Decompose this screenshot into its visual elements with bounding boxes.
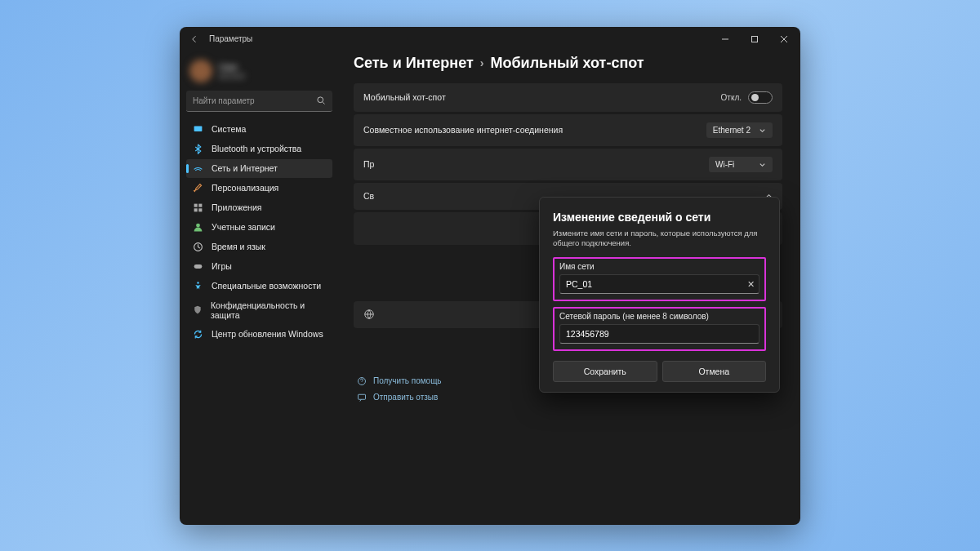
avatar <box>189 60 212 82</box>
sidebar-item-label: Учетные записи <box>212 222 275 232</box>
sidebar-item-personalization[interactable]: Персонализация <box>186 179 332 198</box>
sidebar-item-label: Время и язык <box>212 242 265 251</box>
settings-window: Параметры User account <box>180 27 800 525</box>
sidebar-item-accounts[interactable]: Учетные записи <box>186 218 332 237</box>
field-network-name: Имя сети ✕ <box>553 257 766 301</box>
dialog-subtitle: Измените имя сети и пароль, которые испо… <box>553 229 766 250</box>
dropdown-value: Wi-Fi <box>715 160 734 169</box>
window-controls <box>710 27 799 51</box>
sharing-dropdown[interactable]: Ethernet 2 <box>706 122 773 138</box>
network-icon <box>193 163 203 174</box>
row-hotspot-toggle[interactable]: Мобильный хот-спот Откл. <box>354 83 782 112</box>
accessibility-icon <box>193 281 203 291</box>
sidebar-item-label: Система <box>212 124 246 134</box>
breadcrumb-current: Мобильный хот-спот <box>490 55 644 72</box>
chevron-down-icon <box>759 127 766 134</box>
search-icon <box>316 96 326 105</box>
sidebar-item-label: Приложения <box>212 202 261 212</box>
globe-icon <box>363 309 375 320</box>
edit-network-dialog: Изменение сведений о сети Измените имя с… <box>539 197 780 393</box>
row-label: Пр <box>363 159 374 169</box>
apps-icon <box>193 202 203 213</box>
link-label: Получить помощь <box>373 376 442 385</box>
sidebar-item-system[interactable]: Система <box>186 120 332 139</box>
window-title: Параметры <box>209 34 252 43</box>
sidebar: User account Система Bluetooth и устройс… <box>180 51 339 525</box>
sidebar-item-label: Специальные возможности <box>212 281 321 291</box>
user-block[interactable]: User account <box>186 56 332 91</box>
chevron-down-icon <box>759 161 766 168</box>
search-box[interactable] <box>186 91 332 112</box>
sidebar-item-label: Игры <box>212 261 232 271</box>
svg-point-10 <box>197 282 198 283</box>
chevron-right-icon: › <box>480 56 484 69</box>
games-icon <box>193 261 203 272</box>
svg-rect-0 <box>752 36 758 42</box>
sidebar-item-label: Bluetooth и устройства <box>212 144 301 153</box>
svg-rect-6 <box>198 208 202 211</box>
user-sub: account <box>219 72 245 80</box>
sidebar-item-gaming[interactable]: Игры <box>186 257 332 276</box>
sidebar-item-apps[interactable]: Приложения <box>186 198 332 217</box>
feedback-icon <box>357 393 367 402</box>
sidebar-item-time[interactable]: Время и язык <box>186 238 332 256</box>
system-icon <box>193 124 203 135</box>
privacy-icon <box>193 304 203 315</box>
save-button[interactable]: Сохранить <box>553 361 657 382</box>
row-label: Мобильный хот-спот <box>363 92 446 102</box>
sidebar-item-privacy[interactable]: Конфиденциальность и защита <box>186 296 332 324</box>
close-button[interactable] <box>769 27 799 51</box>
sidebar-item-network[interactable]: Сеть и Интернет <box>186 159 332 178</box>
svg-rect-13 <box>359 394 366 399</box>
dialog-title: Изменение сведений о сети <box>553 211 766 224</box>
minimize-button[interactable] <box>710 27 740 51</box>
row-sharing[interactable]: Совместное использование интернет-соедин… <box>354 114 782 146</box>
svg-point-1 <box>318 97 323 103</box>
nav: Система Bluetooth и устройства Сеть и Ин… <box>186 120 332 344</box>
titlebar: Параметры <box>180 27 800 51</box>
svg-rect-2 <box>194 126 203 131</box>
feedback-link[interactable]: Отправить отзыв <box>357 393 782 402</box>
link-label: Отправить отзыв <box>373 393 438 402</box>
account-icon <box>193 222 203 233</box>
row-label: Св <box>363 191 374 201</box>
sidebar-item-label: Персонализация <box>212 183 278 193</box>
row-mode[interactable]: Пр Wi-Fi <box>354 149 782 180</box>
bluetooth-icon <box>193 144 203 154</box>
sidebar-item-bluetooth[interactable]: Bluetooth и устройства <box>186 140 332 158</box>
hotspot-toggle[interactable]: Откл. <box>721 91 773 104</box>
time-icon <box>193 242 203 252</box>
user-name: User <box>219 62 245 72</box>
svg-point-7 <box>196 223 200 227</box>
brush-icon <box>193 183 203 193</box>
breadcrumb-root[interactable]: Сеть и Интернет <box>354 55 474 72</box>
network-name-input[interactable] <box>559 274 760 294</box>
cancel-button[interactable]: Отмена <box>662 361 767 382</box>
sidebar-item-label: Сеть и Интернет <box>212 163 278 173</box>
update-icon <box>193 329 203 340</box>
sidebar-item-accessibility[interactable]: Специальные возможности <box>186 277 332 295</box>
svg-rect-4 <box>198 203 202 207</box>
field-label: Имя сети <box>559 262 760 271</box>
toggle-track[interactable] <box>748 91 773 104</box>
field-network-password: Сетевой пароль (не менее 8 символов) <box>553 307 766 351</box>
dropdown-value: Ethernet 2 <box>713 126 751 135</box>
breadcrumb: Сеть и Интернет › Мобильный хот-спот <box>354 55 782 72</box>
sidebar-item-label: Центр обновления Windows <box>212 329 323 339</box>
svg-rect-5 <box>194 208 198 211</box>
clear-icon[interactable]: ✕ <box>747 279 755 290</box>
mode-dropdown[interactable]: Wi-Fi <box>709 157 773 172</box>
sidebar-item-label: Конфиденциальность и защита <box>211 300 326 320</box>
field-label: Сетевой пароль (не менее 8 символов) <box>559 312 760 321</box>
network-password-input[interactable] <box>559 324 760 344</box>
toggle-label: Откл. <box>721 93 742 102</box>
svg-rect-3 <box>194 203 198 207</box>
back-icon[interactable] <box>189 34 199 44</box>
row-label: Совместное использование интернет-соедин… <box>363 125 563 135</box>
sidebar-item-update[interactable]: Центр обновления Windows <box>186 325 332 344</box>
help-icon <box>357 376 367 386</box>
search-input[interactable] <box>193 96 316 105</box>
svg-rect-9 <box>194 264 203 269</box>
maximize-button[interactable] <box>740 27 769 51</box>
